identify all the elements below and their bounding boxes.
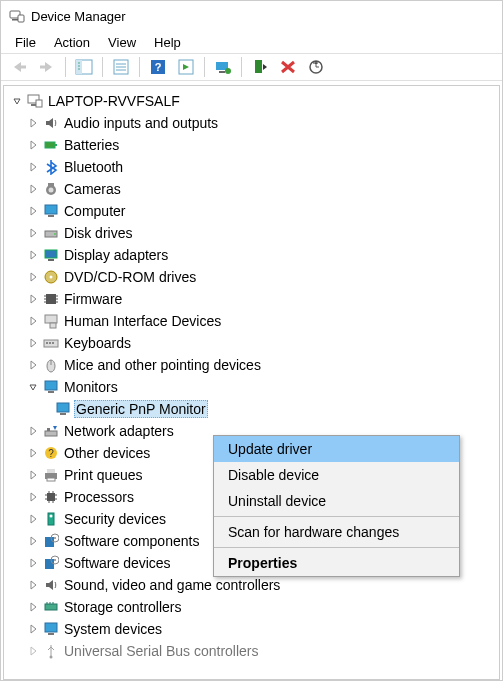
svg-rect-35 (48, 259, 54, 261)
expand-icon[interactable] (26, 250, 40, 260)
menu-scan-hardware[interactable]: Scan for hardware changes (214, 519, 459, 545)
expand-icon[interactable] (26, 448, 40, 458)
category-computer[interactable]: Computer (4, 200, 499, 222)
expand-icon[interactable] (26, 624, 40, 634)
update-driver-button[interactable] (209, 54, 237, 80)
expand-icon[interactable] (26, 470, 40, 480)
svg-rect-45 (45, 315, 57, 323)
device-tree: LAPTOP-RVVFSALF Audio inputs and outputs… (3, 85, 500, 680)
root-label: LAPTOP-RVVFSALF (46, 92, 182, 110)
svg-rect-2 (18, 15, 24, 22)
expand-icon[interactable] (26, 294, 40, 304)
menu-action[interactable]: Action (46, 33, 98, 52)
svg-rect-25 (45, 142, 55, 148)
menu-properties[interactable]: Properties (214, 550, 459, 576)
expand-icon[interactable] (26, 338, 40, 348)
disk-icon (42, 224, 60, 242)
menu-separator (214, 547, 459, 548)
separator (139, 57, 140, 77)
category-disk[interactable]: Disk drives (4, 222, 499, 244)
expand-icon[interactable] (26, 602, 40, 612)
monitor-icon (54, 400, 72, 418)
action-button[interactable] (172, 54, 200, 80)
expand-icon[interactable] (26, 646, 40, 656)
properties-button[interactable] (107, 54, 135, 80)
category-hid[interactable]: Human Interface Devices (4, 310, 499, 332)
svg-rect-48 (46, 342, 48, 344)
expand-icon[interactable] (26, 316, 40, 326)
category-bluetooth[interactable]: Bluetooth (4, 156, 499, 178)
svg-point-33 (54, 233, 56, 235)
expand-icon[interactable] (26, 118, 40, 128)
category-sound[interactable]: Sound, video and game controllers (4, 574, 499, 596)
help-button[interactable]: ? (144, 54, 172, 80)
show-hide-tree-button[interactable] (70, 54, 98, 80)
printer-icon (42, 466, 60, 484)
svg-point-74 (50, 515, 53, 518)
mouse-icon (42, 356, 60, 374)
scan-hardware-button[interactable] (302, 54, 330, 80)
svg-rect-18 (219, 71, 225, 73)
expand-icon[interactable] (26, 184, 40, 194)
display-adapter-icon (42, 246, 60, 264)
expand-icon[interactable] (26, 514, 40, 524)
collapse-icon[interactable] (26, 382, 40, 392)
system-device-icon (42, 620, 60, 638)
separator (102, 57, 103, 77)
enable-device-button[interactable] (246, 54, 274, 80)
window-title: Device Manager (31, 9, 126, 24)
unknown-device-icon: ? (42, 444, 60, 462)
category-storage[interactable]: Storage controllers (4, 596, 499, 618)
menu-update-driver[interactable]: Update driver (214, 436, 459, 462)
category-audio[interactable]: Audio inputs and outputs (4, 112, 499, 134)
category-display[interactable]: Display adapters (4, 244, 499, 266)
menubar: File Action View Help (1, 31, 502, 53)
separator (65, 57, 66, 77)
svg-rect-57 (45, 431, 57, 436)
category-monitors[interactable]: Monitors (4, 376, 499, 398)
root-node[interactable]: LAPTOP-RVVFSALF (4, 90, 499, 112)
menu-file[interactable]: File (7, 33, 44, 52)
expand-icon[interactable] (26, 206, 40, 216)
expand-icon[interactable] (26, 162, 40, 172)
menu-view[interactable]: View (100, 33, 144, 52)
category-system[interactable]: System devices (4, 618, 499, 640)
collapse-icon[interactable] (10, 96, 24, 106)
category-cameras[interactable]: Cameras (4, 178, 499, 200)
expand-icon[interactable] (26, 272, 40, 282)
svg-rect-38 (46, 294, 56, 304)
software-device-icon (42, 554, 60, 572)
expand-icon[interactable] (26, 426, 40, 436)
storage-controller-icon (42, 598, 60, 616)
category-mice[interactable]: Mice and other pointing devices (4, 354, 499, 376)
category-dvd[interactable]: DVD/CD-ROM drives (4, 266, 499, 288)
app-icon (9, 8, 25, 24)
expand-icon[interactable] (26, 492, 40, 502)
svg-point-37 (50, 276, 53, 279)
svg-rect-50 (52, 342, 54, 344)
uninstall-device-button[interactable] (274, 54, 302, 80)
expand-icon[interactable] (26, 558, 40, 568)
menu-disable-device[interactable]: Disable device (214, 462, 459, 488)
svg-point-28 (49, 188, 54, 193)
menu-help[interactable]: Help (146, 33, 189, 52)
device-generic-pnp-monitor[interactable]: Generic PnP Monitor (4, 398, 499, 420)
category-batteries[interactable]: Batteries (4, 134, 499, 156)
svg-rect-31 (48, 215, 54, 217)
expand-icon[interactable] (26, 360, 40, 370)
back-button (5, 54, 33, 80)
device-manager-window: Device Manager File Action View Help ? (0, 0, 503, 681)
expand-icon[interactable] (26, 536, 40, 546)
bluetooth-icon (42, 158, 60, 176)
speaker-icon (42, 576, 60, 594)
category-keyboards[interactable]: Keyboards (4, 332, 499, 354)
category-usb[interactable]: Universal Serial Bus controllers (4, 640, 499, 662)
expand-icon[interactable] (26, 140, 40, 150)
separator (241, 57, 242, 77)
svg-rect-6 (76, 60, 82, 74)
menu-uninstall-device[interactable]: Uninstall device (214, 488, 459, 514)
expand-icon[interactable] (26, 580, 40, 590)
expand-icon[interactable] (26, 228, 40, 238)
category-firmware[interactable]: Firmware (4, 288, 499, 310)
svg-rect-53 (45, 381, 57, 390)
